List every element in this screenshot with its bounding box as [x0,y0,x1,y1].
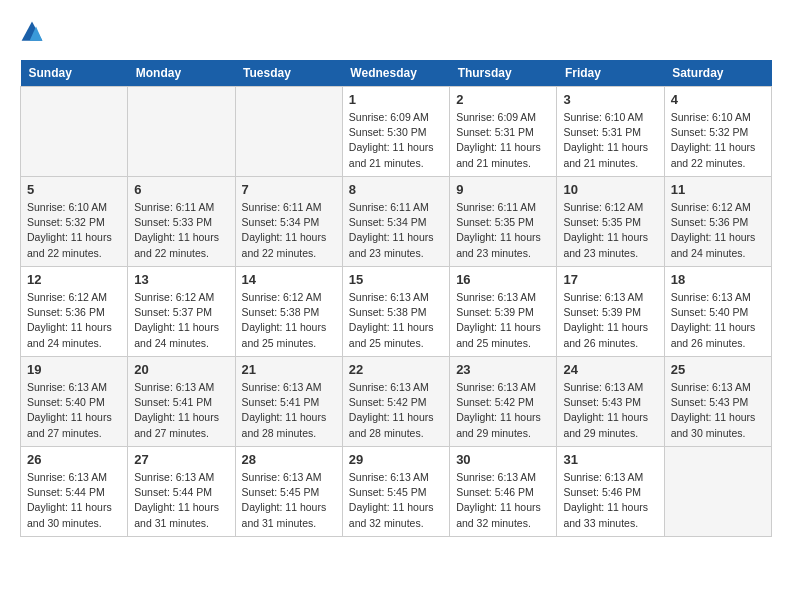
weekday-header-friday: Friday [557,60,664,87]
day-info: Sunrise: 6:12 AMSunset: 5:38 PMDaylight:… [242,290,336,351]
day-number: 31 [563,452,657,467]
day-info: Sunrise: 6:09 AMSunset: 5:30 PMDaylight:… [349,110,443,171]
calendar-cell: 2Sunrise: 6:09 AMSunset: 5:31 PMDaylight… [450,87,557,177]
weekday-header-thursday: Thursday [450,60,557,87]
calendar-cell: 1Sunrise: 6:09 AMSunset: 5:30 PMDaylight… [342,87,449,177]
calendar-cell: 17Sunrise: 6:13 AMSunset: 5:39 PMDayligh… [557,267,664,357]
day-info: Sunrise: 6:13 AMSunset: 5:43 PMDaylight:… [671,380,765,441]
calendar-cell: 10Sunrise: 6:12 AMSunset: 5:35 PMDayligh… [557,177,664,267]
day-info: Sunrise: 6:10 AMSunset: 5:31 PMDaylight:… [563,110,657,171]
day-number: 9 [456,182,550,197]
calendar-cell: 24Sunrise: 6:13 AMSunset: 5:43 PMDayligh… [557,357,664,447]
day-number: 22 [349,362,443,377]
calendar-cell: 21Sunrise: 6:13 AMSunset: 5:41 PMDayligh… [235,357,342,447]
calendar-cell: 31Sunrise: 6:13 AMSunset: 5:46 PMDayligh… [557,447,664,537]
day-number: 20 [134,362,228,377]
calendar-cell [21,87,128,177]
day-info: Sunrise: 6:13 AMSunset: 5:45 PMDaylight:… [349,470,443,531]
calendar-cell: 11Sunrise: 6:12 AMSunset: 5:36 PMDayligh… [664,177,771,267]
calendar-cell: 20Sunrise: 6:13 AMSunset: 5:41 PMDayligh… [128,357,235,447]
calendar-cell: 23Sunrise: 6:13 AMSunset: 5:42 PMDayligh… [450,357,557,447]
calendar-cell: 25Sunrise: 6:13 AMSunset: 5:43 PMDayligh… [664,357,771,447]
calendar-cell: 16Sunrise: 6:13 AMSunset: 5:39 PMDayligh… [450,267,557,357]
weekday-header-row: SundayMondayTuesdayWednesdayThursdayFrid… [21,60,772,87]
day-info: Sunrise: 6:12 AMSunset: 5:36 PMDaylight:… [27,290,121,351]
day-number: 12 [27,272,121,287]
calendar-cell: 12Sunrise: 6:12 AMSunset: 5:36 PMDayligh… [21,267,128,357]
day-number: 24 [563,362,657,377]
day-number: 29 [349,452,443,467]
day-number: 4 [671,92,765,107]
calendar-cell: 4Sunrise: 6:10 AMSunset: 5:32 PMDaylight… [664,87,771,177]
day-number: 23 [456,362,550,377]
day-info: Sunrise: 6:10 AMSunset: 5:32 PMDaylight:… [671,110,765,171]
day-number: 10 [563,182,657,197]
day-number: 14 [242,272,336,287]
day-number: 26 [27,452,121,467]
day-info: Sunrise: 6:12 AMSunset: 5:37 PMDaylight:… [134,290,228,351]
day-number: 30 [456,452,550,467]
weekday-header-sunday: Sunday [21,60,128,87]
calendar-cell: 14Sunrise: 6:12 AMSunset: 5:38 PMDayligh… [235,267,342,357]
calendar-cell: 27Sunrise: 6:13 AMSunset: 5:44 PMDayligh… [128,447,235,537]
day-number: 15 [349,272,443,287]
day-number: 2 [456,92,550,107]
weekday-header-monday: Monday [128,60,235,87]
day-info: Sunrise: 6:11 AMSunset: 5:33 PMDaylight:… [134,200,228,261]
day-info: Sunrise: 6:13 AMSunset: 5:41 PMDaylight:… [242,380,336,441]
day-number: 8 [349,182,443,197]
calendar-cell: 7Sunrise: 6:11 AMSunset: 5:34 PMDaylight… [235,177,342,267]
day-info: Sunrise: 6:13 AMSunset: 5:39 PMDaylight:… [456,290,550,351]
calendar-cell: 6Sunrise: 6:11 AMSunset: 5:33 PMDaylight… [128,177,235,267]
day-info: Sunrise: 6:11 AMSunset: 5:34 PMDaylight:… [349,200,443,261]
calendar-cell: 19Sunrise: 6:13 AMSunset: 5:40 PMDayligh… [21,357,128,447]
calendar-cell: 22Sunrise: 6:13 AMSunset: 5:42 PMDayligh… [342,357,449,447]
calendar-table: SundayMondayTuesdayWednesdayThursdayFrid… [20,60,772,537]
day-info: Sunrise: 6:13 AMSunset: 5:46 PMDaylight:… [563,470,657,531]
calendar-cell: 28Sunrise: 6:13 AMSunset: 5:45 PMDayligh… [235,447,342,537]
calendar-cell [235,87,342,177]
day-info: Sunrise: 6:12 AMSunset: 5:35 PMDaylight:… [563,200,657,261]
day-info: Sunrise: 6:11 AMSunset: 5:34 PMDaylight:… [242,200,336,261]
day-info: Sunrise: 6:13 AMSunset: 5:44 PMDaylight:… [134,470,228,531]
calendar-cell: 30Sunrise: 6:13 AMSunset: 5:46 PMDayligh… [450,447,557,537]
day-info: Sunrise: 6:10 AMSunset: 5:32 PMDaylight:… [27,200,121,261]
day-number: 18 [671,272,765,287]
day-info: Sunrise: 6:13 AMSunset: 5:42 PMDaylight:… [349,380,443,441]
calendar-cell: 8Sunrise: 6:11 AMSunset: 5:34 PMDaylight… [342,177,449,267]
calendar-cell: 18Sunrise: 6:13 AMSunset: 5:40 PMDayligh… [664,267,771,357]
day-number: 6 [134,182,228,197]
calendar-week-row: 26Sunrise: 6:13 AMSunset: 5:44 PMDayligh… [21,447,772,537]
calendar-cell: 13Sunrise: 6:12 AMSunset: 5:37 PMDayligh… [128,267,235,357]
weekday-header-wednesday: Wednesday [342,60,449,87]
calendar-cell: 29Sunrise: 6:13 AMSunset: 5:45 PMDayligh… [342,447,449,537]
day-number: 21 [242,362,336,377]
logo-icon [20,20,44,44]
logo [20,20,48,44]
day-number: 27 [134,452,228,467]
day-info: Sunrise: 6:13 AMSunset: 5:41 PMDaylight:… [134,380,228,441]
day-number: 28 [242,452,336,467]
calendar-week-row: 12Sunrise: 6:12 AMSunset: 5:36 PMDayligh… [21,267,772,357]
day-number: 7 [242,182,336,197]
day-number: 11 [671,182,765,197]
day-number: 19 [27,362,121,377]
calendar-week-row: 5Sunrise: 6:10 AMSunset: 5:32 PMDaylight… [21,177,772,267]
day-number: 16 [456,272,550,287]
weekday-header-saturday: Saturday [664,60,771,87]
day-number: 17 [563,272,657,287]
day-info: Sunrise: 6:13 AMSunset: 5:46 PMDaylight:… [456,470,550,531]
page-header [20,20,772,44]
day-number: 3 [563,92,657,107]
day-number: 1 [349,92,443,107]
calendar-cell: 26Sunrise: 6:13 AMSunset: 5:44 PMDayligh… [21,447,128,537]
day-info: Sunrise: 6:12 AMSunset: 5:36 PMDaylight:… [671,200,765,261]
calendar-cell: 5Sunrise: 6:10 AMSunset: 5:32 PMDaylight… [21,177,128,267]
day-info: Sunrise: 6:13 AMSunset: 5:39 PMDaylight:… [563,290,657,351]
day-info: Sunrise: 6:09 AMSunset: 5:31 PMDaylight:… [456,110,550,171]
day-info: Sunrise: 6:13 AMSunset: 5:42 PMDaylight:… [456,380,550,441]
calendar-cell: 3Sunrise: 6:10 AMSunset: 5:31 PMDaylight… [557,87,664,177]
day-number: 25 [671,362,765,377]
day-number: 5 [27,182,121,197]
day-number: 13 [134,272,228,287]
